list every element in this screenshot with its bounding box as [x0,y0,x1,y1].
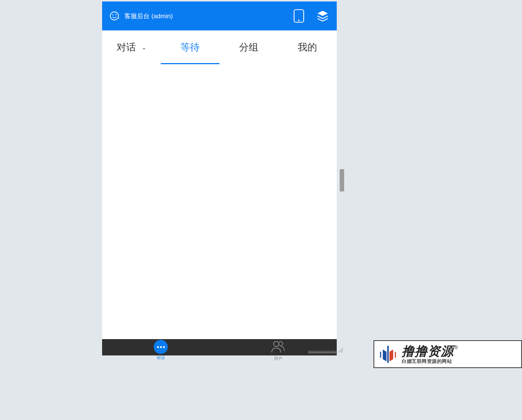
watermark-badge: 撸撸资源 ® 白嫖互联网资源的网站 [373,340,522,368]
tab-label: 对话 [117,41,136,54]
svg-point-4 [298,20,300,21]
bottom-nav-label: 对话 [157,355,165,361]
smiley-icon [110,11,119,21]
tablet-icon[interactable] [292,9,306,23]
resize-handle[interactable] [338,347,344,353]
watermark-text: 撸撸资源 ® 白嫖互联网资源的网站 [402,344,459,364]
registered-mark: ® [454,345,459,350]
header-left: 客服后台 (admin) [110,11,173,21]
svg-line-9 [343,352,343,352]
tab-conversation[interactable]: 对话 ⌄ [102,30,161,64]
watermark-main: 撸撸资源 ® [402,344,459,358]
app-window: 客服后台 (admin) 对话 ⌄ 等待 [102,1,337,355]
svg-point-5 [274,341,279,347]
bottom-nav: 对话 用户 [102,339,337,355]
svg-point-0 [110,12,118,20]
header-actions [292,9,329,23]
svg-line-7 [339,348,343,352]
tab-label: 分组 [239,41,258,54]
watermark-logo-icon [378,344,398,364]
tab-mine[interactable]: 我的 [278,30,337,64]
header-title: 客服后台 (admin) [124,12,173,20]
tab-bar: 对话 ⌄ 等待 分组 我的 [102,30,337,65]
watermark-sub: 白嫖互联网资源的网站 [402,359,459,364]
tab-label: 等待 [180,41,200,54]
tab-waiting[interactable]: 等待 [161,30,219,64]
tab-groups[interactable]: 分组 [219,30,278,64]
svg-point-6 [279,342,283,346]
header-bar: 客服后台 (admin) [102,1,337,30]
users-icon [271,340,285,355]
bottom-nav-label: 用户 [274,356,282,361]
chat-bubble-icon [154,340,168,354]
tab-label: 我的 [298,41,317,54]
bottom-nav-user[interactable]: 用户 [271,340,285,361]
bottom-nav-chat[interactable]: 对话 [154,340,168,361]
content-area [102,65,337,339]
svg-point-1 [112,14,114,16]
layers-icon[interactable] [316,9,329,23]
vertical-scrollbar[interactable] [340,169,344,191]
svg-point-2 [115,14,117,16]
chevron-down-icon: ⌄ [142,45,146,50]
drag-handle[interactable] [308,351,336,353]
